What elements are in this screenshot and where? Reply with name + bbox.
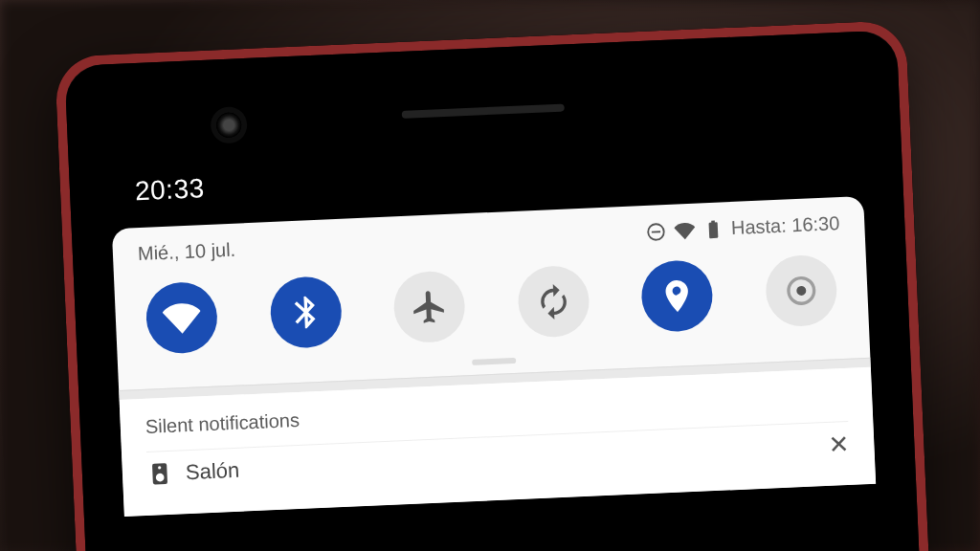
cast-icon xyxy=(781,271,821,311)
location-toggle[interactable] xyxy=(640,259,714,333)
bluetooth-toggle[interactable] xyxy=(269,276,343,349)
wifi-toggle[interactable] xyxy=(145,281,218,355)
svg-point-0 xyxy=(796,286,806,296)
date-label: Mié., 10 jul. xyxy=(137,239,235,265)
cast-toggle[interactable] xyxy=(765,253,838,327)
location-icon xyxy=(657,276,698,317)
phone-frame: 20:33 Mié., 10 jul. Hasta: 16:30 xyxy=(55,20,931,551)
earpiece-grill xyxy=(402,104,565,119)
phone-bezel: 20:33 Mié., 10 jul. Hasta: 16:30 xyxy=(64,30,921,551)
speaker-icon xyxy=(146,461,172,487)
airplane-mode-toggle[interactable] xyxy=(392,270,466,343)
airplane-icon xyxy=(410,287,450,327)
wifi-status-icon xyxy=(674,219,696,241)
battery-until-label: Hasta: 16:30 xyxy=(730,212,839,239)
quick-settings-panel: Mié., 10 jul. Hasta: 16:30 xyxy=(112,196,876,517)
notification-left: Salón xyxy=(146,458,239,487)
dnd-icon xyxy=(645,221,667,243)
notification-title: Salón xyxy=(185,458,239,485)
bluetooth-icon xyxy=(286,293,326,333)
front-camera xyxy=(216,112,242,138)
phone-screen: 20:33 Mié., 10 jul. Hasta: 16:30 xyxy=(107,127,883,551)
status-bar-right: Hasta: 16:30 xyxy=(645,212,840,243)
wifi-icon xyxy=(162,298,202,338)
dismiss-notification-button[interactable]: ✕ xyxy=(828,431,850,457)
battery-icon xyxy=(702,218,724,240)
rotate-icon xyxy=(533,281,573,321)
auto-rotate-toggle[interactable] xyxy=(517,265,590,339)
panel-drag-handle[interactable] xyxy=(472,358,516,365)
